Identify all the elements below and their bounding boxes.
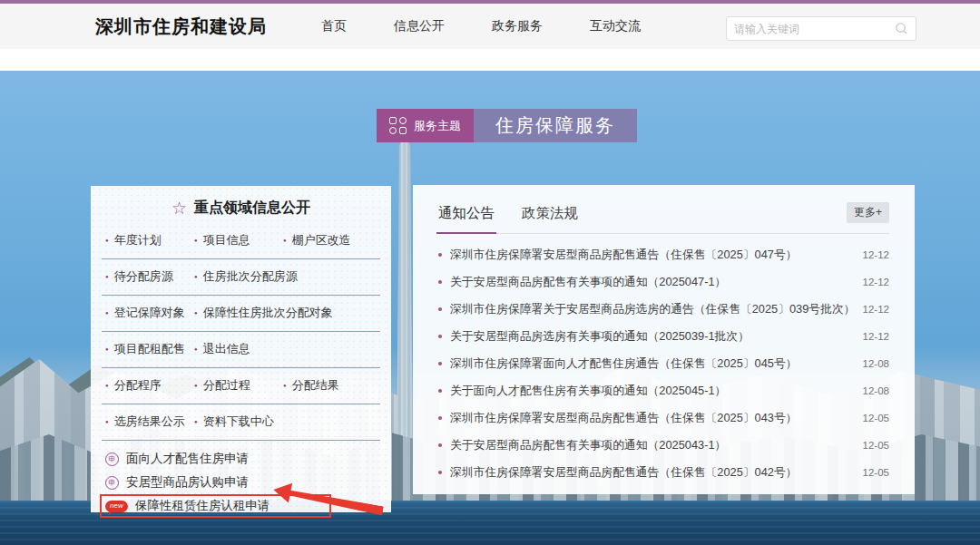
notice-title[interactable]: 关于安居型商品房选房有关事项的通知（2025039-1批次） <box>450 329 854 345</box>
notice-date: 12-05 <box>863 440 889 451</box>
page: 深圳市住房和建设局 首页 信息公开 政务服务 互动交流 服务主题 <box>0 0 980 545</box>
service-theme-badge: 服务主题 <box>377 109 474 142</box>
menu-item-link[interactable]: 选房结果公示 <box>105 414 185 430</box>
menu-item-link[interactable]: 年度计划 <box>105 232 185 248</box>
notice-title[interactable]: 关于面向人才配售住房有关事项的通知（2025045-1） <box>450 384 854 399</box>
nav-home[interactable]: 首页 <box>321 18 347 34</box>
apply-link-talent-housing[interactable]: 申 面向人才配售住房申请 <box>102 447 252 471</box>
site-header: 深圳市住房和建设局 首页 信息公开 政务服务 互动交流 <box>0 0 980 49</box>
bullet-dot-icon <box>438 335 442 338</box>
star-icon: ☆ <box>172 200 187 217</box>
notice-title[interactable]: 深圳市住房保障署安居型商品房配售通告（住保售〔2025〕047号） <box>450 248 854 263</box>
menu-item-link[interactable]: 分配结果 <box>283 377 363 394</box>
notices-panel: 通知公告 政策法规 更多+ 深圳市住房保障署安居型商品房配售通告（住保售〔202… <box>413 185 915 494</box>
notice-date: 12-12 <box>863 249 889 260</box>
menu-item-link[interactable]: 登记保障对象 <box>105 305 185 321</box>
panel-heading: ☆ 重点领域信息公开 <box>102 199 380 218</box>
notice-title[interactable]: 深圳市住房保障署安居型商品房配售通告（住保售〔2025〕043号） <box>450 411 854 426</box>
notice-row[interactable]: 关于安居型商品房选房有关事项的通知（2025039-1批次） 12-12 <box>438 323 889 350</box>
grid-icon <box>389 117 407 134</box>
menu-item-link[interactable]: 退出信息 <box>194 341 274 357</box>
nav-interaction[interactable]: 互动交流 <box>590 18 641 34</box>
menu-row: 项目配租配售 退出信息 <box>102 332 380 368</box>
menu-item-link[interactable]: 保障性住房批次分配对象 <box>194 305 333 321</box>
menu-row: 分配程序 分配过程 分配结果 <box>102 368 380 404</box>
tab-bar: 通知公告 政策法规 更多+ <box>438 200 889 234</box>
bullet-dot-icon <box>438 253 442 257</box>
notice-row[interactable]: 深圳市住房保障署安居型商品房配售通告（住保售〔2025〕043号） 12-05 <box>438 404 889 432</box>
bullet-dot-icon <box>438 443 442 447</box>
service-theme-label: 服务主题 <box>414 118 461 134</box>
search-input[interactable] <box>734 23 895 35</box>
menu-item-link[interactable]: 项目配租配售 <box>105 341 185 357</box>
notice-title[interactable]: 关于安居型商品房配售有关事项的通知（2025047-1） <box>450 275 854 290</box>
notice-row[interactable]: 深圳市住房保障署面向人才配售住房通告（住保售〔2025〕045号） 12-08 <box>438 350 889 377</box>
menu-row: 登记保障对象 保障性住房批次分配对象 <box>102 296 380 332</box>
service-theme-banner: 服务主题 住房保障服务 <box>377 109 637 142</box>
apply-link-rental-housing[interactable]: new 保障性租赁住房认租申请 <box>100 494 331 518</box>
page-title: 住房保障服务 <box>474 109 637 142</box>
notice-title[interactable]: 深圳市住房保障署安居型商品房配售通告（住保售〔2025〕042号） <box>450 465 854 481</box>
top-nav: 首页 信息公开 政务服务 互动交流 <box>321 18 688 34</box>
notice-date: 12-08 <box>863 385 889 396</box>
bullet-dot-icon <box>438 307 442 311</box>
notice-row[interactable]: 关于面向人才配售住房有关事项的通知（2025045-1） 12-08 <box>438 377 889 404</box>
notice-row[interactable]: 关于安居型商品房配售有关事项的通知（2025047-1） 12-12 <box>438 268 889 296</box>
tab-notices[interactable]: 通知公告 <box>438 200 495 234</box>
apply-icon: 申 <box>105 476 119 490</box>
notice-title[interactable]: 深圳市住房保障署关于安居型商品房选房的通告（住保售〔2025〕039号批次） <box>450 302 854 317</box>
menu-item-link[interactable]: 棚户区改造 <box>283 232 363 248</box>
apply-link-anju-housing[interactable]: 申 安居型商品房认购申请 <box>102 471 252 494</box>
menu-item-link[interactable]: 项目信息 <box>194 232 274 248</box>
menu-row: 选房结果公示 资料下载中心 <box>102 404 380 441</box>
new-badge: new <box>105 501 128 512</box>
bullet-dot-icon <box>438 362 442 365</box>
key-info-panel: ☆ 重点领域信息公开 年度计划 项目信息 棚户区改造 待分配房源 <box>91 186 391 512</box>
search-box[interactable] <box>726 16 916 41</box>
notice-list: 深圳市住房保障署安居型商品房配售通告（住保售〔2025〕047号） 12-12 … <box>438 234 889 486</box>
bullet-dot-icon <box>438 280 442 284</box>
menu-item-link[interactable]: 待分配房源 <box>105 268 185 285</box>
bullet-dot-icon <box>438 389 442 393</box>
notice-title[interactable]: 关于安居型商品房配售有关事项的通知（2025043-1） <box>450 438 854 453</box>
bullet-dot-icon <box>438 471 442 474</box>
notice-date: 12-08 <box>863 358 889 369</box>
panel-heading-text: 重点领域信息公开 <box>194 199 310 218</box>
notice-row[interactable]: 关于安居型商品房配售有关事项的通知（2025043-1） 12-05 <box>438 432 889 459</box>
menu-item-link[interactable]: 资料下载中心 <box>194 414 274 430</box>
notice-date: 12-12 <box>863 304 889 315</box>
notice-row[interactable]: 深圳市住房保障署关于安居型商品房选房的通告（住保售〔2025〕039号批次） 1… <box>438 296 889 323</box>
notice-date: 12-05 <box>863 467 889 478</box>
site-title: 深圳市住房和建设局 <box>95 15 267 39</box>
apply-icon: 申 <box>105 453 119 466</box>
menu-row: 待分配房源 住房批次分配房源 <box>102 259 380 296</box>
menu-row: 年度计划 项目信息 棚户区改造 <box>102 223 380 259</box>
notice-date: 12-12 <box>863 277 889 287</box>
menu-rows: 年度计划 项目信息 棚户区改造 待分配房源 住房批次分配房源 <box>102 223 380 441</box>
notice-date: 12-12 <box>863 331 889 342</box>
nav-info-disclosure[interactable]: 信息公开 <box>394 18 445 34</box>
notice-row[interactable]: 深圳市住房保障署安居型商品房配售通告（住保售〔2025〕047号） 12-12 <box>438 241 889 268</box>
menu-item-link[interactable]: 分配过程 <box>194 377 274 394</box>
menu-item-link[interactable]: 住房批次分配房源 <box>194 268 298 285</box>
nav-government-services[interactable]: 政务服务 <box>492 18 543 34</box>
apply-links: 申 面向人才配售住房申请 申 安居型商品房认购申请 new 保障性租赁住房认租申… <box>102 447 380 518</box>
more-button[interactable]: 更多+ <box>847 202 889 223</box>
notice-date: 12-05 <box>863 413 889 423</box>
notice-title[interactable]: 深圳市住房保障署面向人才配售住房通告（住保售〔2025〕045号） <box>450 356 854 372</box>
notice-row[interactable]: 深圳市住房保障署安居型商品房配售通告（住保售〔2025〕042号） 12-05 <box>438 459 889 486</box>
tab-policies[interactable]: 政策法规 <box>522 200 578 234</box>
bullet-dot-icon <box>438 416 442 420</box>
search-icon[interactable] <box>895 22 908 35</box>
menu-item-link[interactable]: 分配程序 <box>105 377 185 394</box>
